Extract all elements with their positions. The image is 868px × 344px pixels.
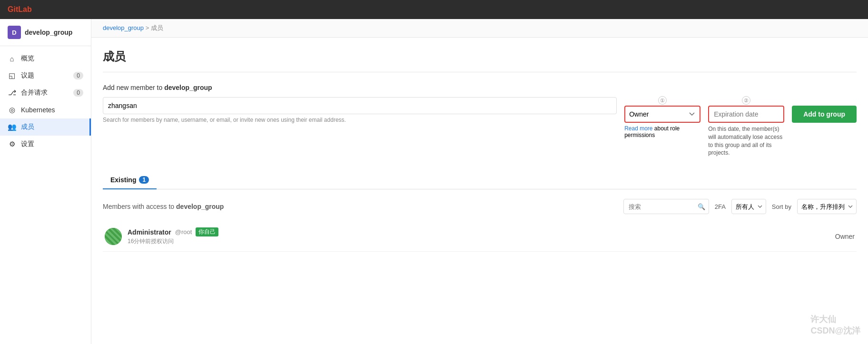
gitlab-logo: GitLab: [8, 5, 32, 14]
sidebar-item-label: 设置: [21, 140, 83, 148]
add-member-section: Add new member to develop_group Search f…: [103, 84, 857, 157]
issues-icon: ◱: [8, 71, 16, 80]
sidebar-item-settings[interactable]: ⚙ 设置: [0, 136, 91, 153]
sort-select[interactable]: 名称，升序排列: [797, 199, 857, 214]
page-title: 成员: [103, 49, 857, 72]
existing-tabs: Existing 1: [103, 172, 857, 189]
members-description: Members with access to develop_group: [103, 203, 618, 210]
sidebar-item-merge-requests[interactable]: ⎇ 合并请求 0: [0, 84, 91, 101]
add-member-row: Search for members by name, username, or…: [103, 97, 857, 157]
role-select[interactable]: Guest Reporter Developer Maintainer Owne…: [624, 106, 700, 123]
sidebar-item-label: 概览: [21, 54, 83, 63]
existing-section: Existing 1 Members with access to develo…: [103, 172, 857, 252]
sidebar-item-label: 成员: [21, 123, 82, 131]
role-read-more: Read more about role permissions: [624, 125, 700, 138]
members-filter-row: Members with access to develop_group 🔍 2…: [103, 199, 857, 214]
role-annotation: ①: [658, 96, 667, 105]
tab-existing-label: Existing: [110, 176, 136, 184]
expiry-annotation: ②: [742, 96, 750, 105]
group-name: develop_group: [25, 29, 72, 36]
expiry-date-input[interactable]: [708, 106, 784, 123]
search-wrap: 🔍: [623, 199, 709, 214]
home-icon: ⌂: [8, 55, 16, 63]
sidebar-item-label: 议题: [21, 71, 73, 80]
sidebar-item-overview[interactable]: ⌂ 概览: [0, 50, 91, 67]
sidebar-item-members[interactable]: 👥 成员: [0, 118, 91, 136]
expiry-hint: On this date, the member(s) will automat…: [708, 125, 784, 157]
settings-icon: ⚙: [8, 140, 16, 148]
member-name-row: Administrator @root 你自己: [128, 227, 835, 236]
breadcrumb-current: 成员: [151, 24, 163, 31]
add-btn-wrap: Add to group: [792, 106, 857, 123]
add-to-group-button[interactable]: Add to group: [792, 106, 857, 123]
member-you-badge: 你自己: [196, 227, 218, 236]
sidebar-nav: ⌂ 概览 ◱ 议题 0 ⎇ 合并请求 0 ◎ Kubernetes 👥 成员: [0, 46, 91, 157]
member-username: @root: [175, 228, 192, 236]
member-search-input[interactable]: [103, 97, 617, 114]
member-filter-input[interactable]: [623, 199, 709, 214]
breadcrumb-group-link[interactable]: develop_group: [103, 24, 144, 31]
sidebar: D develop_group ⌂ 概览 ◱ 议题 0 ⎇ 合并请求 0 ◎ K…: [0, 19, 91, 344]
member-role: Owner: [835, 233, 855, 240]
breadcrumb: develop_group > 成员: [91, 19, 868, 38]
expiry-wrap: ② On this date, the member(s) will autom…: [708, 106, 784, 157]
merge-icon: ⎇: [8, 88, 16, 97]
sidebar-item-label: Kubernetes: [21, 106, 83, 114]
access-filter-select[interactable]: 所有人: [731, 199, 766, 214]
tab-existing-count: 1: [139, 176, 149, 184]
add-member-title: Add new member to develop_group: [103, 84, 857, 91]
sidebar-item-issues[interactable]: ◱ 议题 0: [0, 67, 91, 84]
breadcrumb-separator: >: [146, 24, 151, 31]
mr-badge: 0: [73, 89, 83, 97]
members-icon: 👥: [8, 123, 16, 131]
top-bar: GitLab: [0, 0, 868, 19]
search-icon: 🔍: [698, 203, 705, 210]
member-input-wrap: Search for members by name, username, or…: [103, 97, 617, 123]
sort-label: Sort by: [772, 203, 791, 210]
avatar: [105, 228, 122, 245]
member-input-hint: Search for members by name, username, or…: [103, 117, 617, 123]
sidebar-item-kubernetes[interactable]: ◎ Kubernetes: [0, 101, 91, 118]
table-row: Administrator @root 你自己 16分钟前授权访问 Owner: [103, 222, 857, 252]
role-select-wrap: ① Guest Reporter Developer Maintainer Ow…: [624, 106, 700, 138]
sidebar-group-header[interactable]: D develop_group: [0, 19, 91, 46]
issues-badge: 0: [73, 72, 83, 79]
member-access-time: 16分钟前授权访问: [128, 237, 835, 246]
tab-existing[interactable]: Existing 1: [103, 172, 157, 189]
kubernetes-icon: ◎: [8, 106, 16, 114]
member-list: Administrator @root 你自己 16分钟前授权访问 Owner: [103, 222, 857, 252]
member-info: Administrator @root 你自己 16分钟前授权访问: [128, 227, 835, 246]
member-name: Administrator: [128, 228, 171, 236]
main-content: develop_group > 成员 成员 Add new member to …: [91, 19, 868, 344]
group-avatar: D: [8, 26, 21, 39]
read-more-link[interactable]: Read more: [624, 125, 652, 132]
avatar-pattern: [105, 228, 122, 245]
twofa-label: 2FA: [715, 203, 726, 210]
sidebar-item-label: 合并请求: [21, 88, 73, 97]
